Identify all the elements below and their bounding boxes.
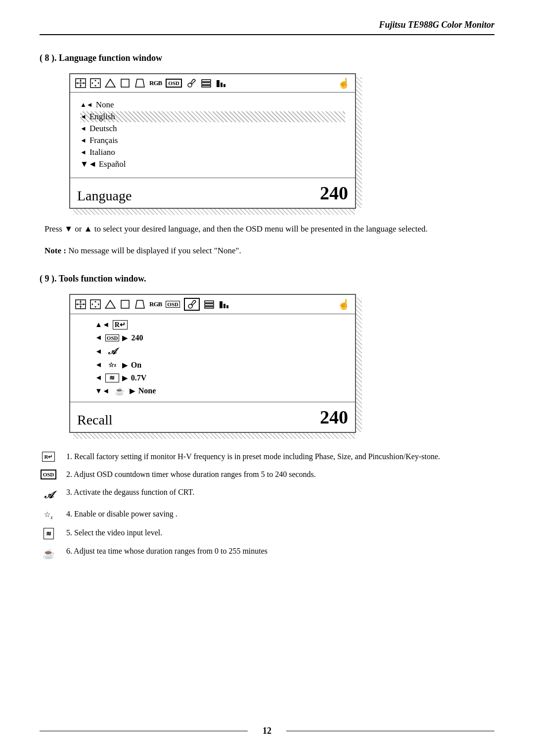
feature-recall-icon: R↵ <box>42 452 55 462</box>
tools-tea-arrow: ▼◄ <box>95 387 110 395</box>
tools-tea-value: None <box>138 386 156 395</box>
svg-marker-4 <box>83 82 85 84</box>
lang-francais: ◄ Français <box>80 135 345 146</box>
feature-recall-text: 1. Recall factory setting if monitor H-V… <box>66 451 440 463</box>
feature-power-icon: ☆z <box>44 509 52 521</box>
tools-video-arrow: ◄ <box>95 374 102 382</box>
header-title: Fujitsu TE988G Color Monitor <box>379 20 494 30</box>
feature-osd: OSD 2. Adjust OSD countdown timer whose … <box>40 469 494 480</box>
svg-rect-13 <box>121 79 129 87</box>
svg-marker-25 <box>77 303 78 305</box>
svg-rect-38 <box>205 301 214 303</box>
svg-marker-5 <box>80 80 82 81</box>
lang-english: ◄ English <box>80 111 345 122</box>
footer-line-right <box>286 731 494 731</box>
feature-osd-icon-cell: OSD <box>40 469 57 480</box>
trapezoid-icon <box>134 78 145 88</box>
feature-video-icon: ≋ <box>44 528 54 540</box>
feature-video-icon-cell: ≋ <box>40 527 57 540</box>
language-list: ▲◄ None ◄ English ◄ Deutsch ◄ Français <box>70 93 355 175</box>
tools-power-right-arrow: ▶ <box>122 361 128 370</box>
tools-label-bar: Recall 240 <box>70 402 355 432</box>
svg-marker-34 <box>105 300 115 308</box>
t-osd-icon: OSD <box>166 301 180 308</box>
tools-number: 240 <box>320 406 348 428</box>
svg-rect-16 <box>202 80 211 82</box>
svg-marker-33 <box>94 306 96 308</box>
feature-tea-icon: ☕ <box>43 546 55 561</box>
t-triangle-icon <box>105 299 116 309</box>
t-layers-icon <box>204 299 215 309</box>
svg-rect-18 <box>202 86 211 87</box>
svg-rect-20 <box>221 83 222 87</box>
feature-degauss-text: 3. Activate the degauss function of CRT. <box>66 486 194 498</box>
section-8-note: Note : No message will be displayed if y… <box>44 244 494 257</box>
tools-degauss-icon: 𝒜 <box>105 346 119 357</box>
feature-degauss: 𝒜 3. Activate the degauss function of CR… <box>40 486 494 502</box>
svg-marker-31 <box>98 303 99 305</box>
feature-power: ☆z 4. Enable or disable power saving . <box>40 508 494 521</box>
svg-rect-17 <box>202 83 211 85</box>
section-8: ( 8 ). Language function window <box>40 53 494 258</box>
tools-power-arrow: ◄ <box>95 361 102 369</box>
tools-recall-item: ▲◄ R↵ <box>95 319 345 331</box>
language-label: Language <box>77 188 132 204</box>
svg-marker-10 <box>94 80 96 81</box>
tools-osd-left-arrow: ◄ <box>95 333 102 342</box>
tools-video-right-arrow: ▶ <box>122 374 128 382</box>
tools-degauss-arrow: ◄ <box>95 347 102 356</box>
feature-list: R↵ 1. Recall factory setting if monitor … <box>40 451 494 562</box>
t-position-icon <box>75 299 86 309</box>
tools-recall-icon: R↵ <box>113 320 128 330</box>
tools-tea-icon: ☕ <box>113 386 127 396</box>
section-8-heading: ( 8 ). Language function window <box>40 53 494 63</box>
tools-osd-window: RGB OSD ☝ ▲◄ R↵ <box>69 294 356 433</box>
tools-osd-right-arrow: ▶ <box>122 333 128 342</box>
footer-line-left <box>40 731 248 731</box>
feature-recall: R↵ 1. Recall factory setting if monitor … <box>40 451 494 463</box>
page-number: 12 <box>248 726 286 736</box>
svg-rect-41 <box>220 301 222 308</box>
tools-power-item: ◄ ☆z ▶ On <box>95 360 345 371</box>
tools-recall-arrow: ▲◄ <box>95 321 110 329</box>
svg-marker-3 <box>77 82 78 84</box>
feature-tea-text: 6. Adjust tea time whose duration ranges… <box>66 545 267 557</box>
feature-tea: ☕ 6. Adjust tea time whose duration rang… <box>40 545 494 561</box>
tools-icon <box>186 78 197 88</box>
svg-rect-35 <box>121 300 129 308</box>
square-icon <box>120 78 131 88</box>
t-cursor-icon: ☝ <box>338 298 350 310</box>
tools-tea-right-arrow: ▶ <box>130 386 135 395</box>
lang-deutsch: ◄ Deutsch <box>80 123 345 134</box>
svg-marker-6 <box>80 85 82 87</box>
language-number: 240 <box>320 182 348 204</box>
lang-none: ▲◄ None <box>80 99 345 110</box>
svg-point-37 <box>188 304 192 308</box>
svg-marker-12 <box>105 79 115 87</box>
section-8-description: Press ▼ or ▲ to select your desired lang… <box>44 223 494 236</box>
note-label: Note : <box>44 246 66 255</box>
svg-marker-8 <box>91 82 93 84</box>
svg-rect-19 <box>217 80 220 87</box>
tools-osd-icon-bar: RGB OSD ☝ <box>70 295 355 314</box>
tools-osd-item: ◄ OSD ▶ 240 <box>95 332 345 343</box>
rgb-icon: RGB <box>149 79 162 87</box>
feature-video-text: 5. Select the video input level. <box>66 527 162 539</box>
header-divider <box>40 34 494 35</box>
tools-osd-value: 240 <box>131 333 143 342</box>
lang-espanol: ▼◄ Español <box>80 159 345 170</box>
svg-marker-32 <box>94 301 96 302</box>
svg-rect-39 <box>205 304 214 306</box>
feature-tea-icon-cell: ☕ <box>40 545 57 561</box>
tools-tea-item: ▼◄ ☕ ▶ None <box>95 385 345 397</box>
bar-chart-icon <box>216 78 226 88</box>
section-9-heading: ( 9 ). Tools function window. <box>40 274 494 284</box>
position-icon <box>75 78 86 88</box>
svg-rect-43 <box>226 305 228 308</box>
tools-video-item: ◄ ≋ ▶ 0.7V <box>95 373 345 383</box>
feature-osd-text: 2. Adjust OSD countdown timer whose dura… <box>66 469 316 480</box>
svg-rect-42 <box>223 304 225 308</box>
svg-marker-11 <box>94 85 96 87</box>
page-footer: 12 <box>40 726 494 736</box>
layers-icon <box>201 78 212 88</box>
